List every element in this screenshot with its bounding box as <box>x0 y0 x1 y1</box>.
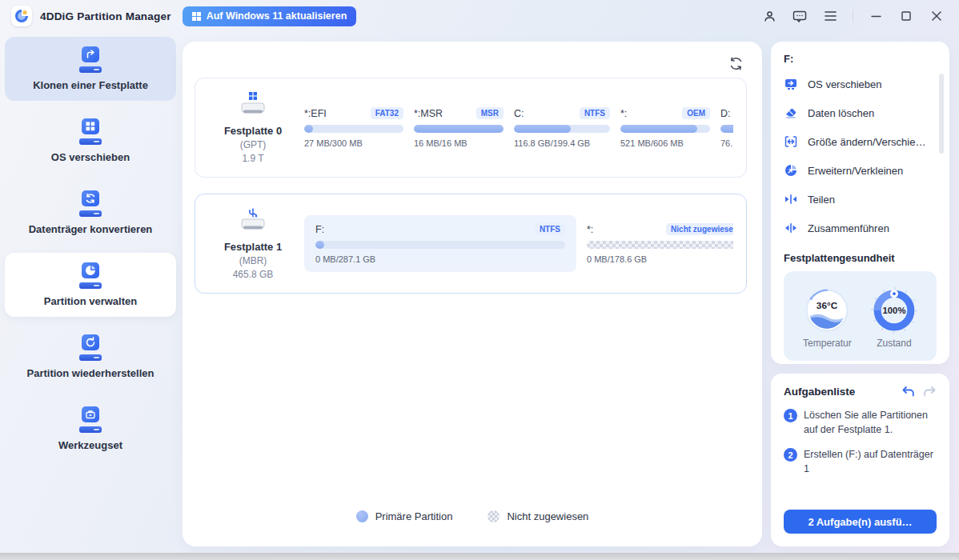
partition-unallocated[interactable]: *:Nicht zugewiesen 0 MB/178.6 GB <box>587 223 733 264</box>
sidebar-item-label: Klonen einer Festplatte <box>33 79 148 91</box>
action-label: Daten löschen <box>808 107 874 119</box>
action-extend-shrink[interactable]: Erweitern/Verkleinen <box>784 156 937 185</box>
sidebar-item-label: Partition wiederherstellen <box>27 367 154 379</box>
action-label: Teilen <box>808 194 835 206</box>
sidebar-item-toolkit[interactable]: Werkzeugset <box>5 397 176 461</box>
usage-text: 27 MB/300 MB <box>304 138 403 148</box>
undo-icon[interactable] <box>901 386 915 398</box>
disk-scheme: (GPT) <box>240 139 267 150</box>
sidebar-item-migrate-os[interactable]: OS verschieben <box>5 109 176 173</box>
filesystem-badge: FAT32 <box>371 107 403 119</box>
task-list-title: Aufgabenliste <box>784 386 855 398</box>
temperature-label: Temperatur <box>803 338 852 349</box>
disk-card-festplatte-0[interactable]: Festplatte 0 (GPT) 1.9 T *:EFIFAT32 27 M… <box>195 78 747 178</box>
sidebar-item-convert-disk[interactable]: Datenträger konvertieren <box>5 181 176 245</box>
temperature-value: 36°C <box>817 300 838 310</box>
usage-text: 116.8 GB/199.4 GB <box>514 138 610 148</box>
refresh-icon[interactable] <box>725 53 746 74</box>
disk-card-festplatte-1[interactable]: Festplatte 1 (MBR) 465.8 GB F:NTFS 0 MB/… <box>195 194 747 294</box>
selected-volume-label: F: <box>784 53 937 65</box>
usage-bar <box>414 125 504 133</box>
execute-tasks-button[interactable]: 2 Aufgabe(n) ausfü… <box>784 510 937 534</box>
disk-size: 465.8 GB <box>233 269 274 280</box>
sidebar-item-recover-partition[interactable]: Partition wiederherstellen <box>5 325 176 389</box>
usage-bar <box>720 125 733 133</box>
task-number-badge: 1 <box>784 409 797 422</box>
task-text: Erstellen (F:) auf Datenträger 1 <box>804 447 937 476</box>
usage-text: 0 MB/287.1 GB <box>315 254 565 264</box>
action-resize-move[interactable]: Größe ändern/Verschie… <box>784 127 937 156</box>
recover-partition-icon <box>76 334 105 362</box>
action-label: OS verschieben <box>808 78 882 90</box>
windows-logo-icon <box>192 12 201 21</box>
partition-msr[interactable]: *:MSRMSR 16 MB/16 MB <box>414 107 504 148</box>
filesystem-badge: MSR <box>476 107 504 119</box>
disk-size: 1.9 T <box>242 153 263 164</box>
usage-text: 0 MB/178.6 GB <box>587 254 733 264</box>
sidebar-item-clone-disk[interactable]: Klonen einer Festplatte <box>5 37 176 101</box>
app-title: 4DDiG Partition Manager <box>40 10 171 22</box>
update-windows-button[interactable]: Auf Windows 11 aktualisieren <box>183 6 357 26</box>
manage-partition-icon <box>76 262 105 290</box>
task-item-1: 1 Löschen Sie alle Partitionen auf der F… <box>784 408 937 437</box>
extend-shrink-icon <box>784 163 798 178</box>
sidebar-item-manage-partition[interactable]: Partition verwalten <box>5 253 176 317</box>
partitions-row: *:EFIFAT32 27 MB/300 MB *:MSRMSR 16 MB/1… <box>304 107 733 148</box>
disk-health-title: Festplattengesundheit <box>784 252 937 264</box>
action-merge[interactable]: Zusammenführen <box>784 214 937 242</box>
menu-icon[interactable] <box>819 5 841 27</box>
close-button[interactable] <box>925 5 948 27</box>
partition-label: *:EFI <box>304 108 327 119</box>
action-split[interactable]: Teilen <box>784 185 937 214</box>
window-bottom-edge <box>0 553 959 560</box>
partition-label: *: <box>587 224 593 235</box>
partition-d[interactable]: D: 76. <box>720 108 733 148</box>
disk-map-panel: Festplatte 0 (GPT) 1.9 T *:EFIFAT32 27 M… <box>183 42 762 546</box>
action-label: Erweitern/Verkleinen <box>808 165 903 177</box>
minimize-button[interactable] <box>865 5 887 27</box>
migrate-os-icon <box>76 118 105 146</box>
disk-scheme: (MBR) <box>239 255 267 266</box>
usage-text: 16 MB/16 MB <box>414 138 504 148</box>
split-icon <box>784 192 798 206</box>
legend-label: Primäre Partition <box>375 510 453 522</box>
partition-label: D: <box>720 108 731 119</box>
sidebar-item-label: OS verschieben <box>51 151 130 163</box>
partition-oem[interactable]: *:OEM 521 MB/606 MB <box>620 107 710 148</box>
toolkit-icon <box>76 406 105 434</box>
task-number-badge: 2 <box>784 448 797 462</box>
filesystem-badge: NTFS <box>580 107 610 119</box>
unallocated-dot-icon <box>488 510 500 522</box>
legend-label: Nicht zugewiesen <box>507 510 588 522</box>
health-label: Zustand <box>877 338 911 349</box>
account-icon[interactable] <box>758 5 780 27</box>
sidebar-item-label: Datenträger konvertieren <box>29 223 153 235</box>
migrate-os-icon <box>784 77 798 91</box>
feedback-icon[interactable] <box>788 5 811 27</box>
usage-text: 521 MB/606 MB <box>620 138 710 148</box>
disk-info: Festplatte 0 (GPT) 1.9 T <box>208 91 298 164</box>
maximize-button[interactable] <box>895 5 917 27</box>
action-migrate-os[interactable]: OS verschieben <box>784 70 937 98</box>
partition-c[interactable]: C:NTFS 116.8 GB/199.4 GB <box>514 107 610 148</box>
filesystem-badge: NTFS <box>535 223 565 235</box>
action-erase-data[interactable]: Daten löschen <box>784 98 937 127</box>
disk-health-card: 36°C Temperatur 100% Zustand <box>784 271 937 361</box>
sidebar-item-label: Werkzeugset <box>58 439 122 451</box>
usb-disk-icon <box>239 207 267 236</box>
partition-efi[interactable]: *:EFIFAT32 27 MB/300 MB <box>304 107 403 148</box>
merge-icon <box>784 221 798 235</box>
titlebar-divider <box>853 10 853 22</box>
usage-bar <box>514 125 610 133</box>
redo-icon[interactable] <box>923 386 937 398</box>
update-windows-label: Auf Windows 11 aktualisieren <box>207 10 347 22</box>
legend: Primäre Partition Nicht zugewiesen <box>183 510 762 522</box>
partition-f-selected[interactable]: F:NTFS 0 MB/287.1 GB <box>304 215 576 272</box>
partition-label: C: <box>514 108 524 119</box>
actions-scrollbar[interactable] <box>939 74 944 154</box>
health-value: 100% <box>882 306 905 315</box>
usage-bar <box>620 125 710 133</box>
disk-name: Festplatte 1 <box>224 241 282 253</box>
partition-actions-panel: F: OS verschieben Daten löschen Größe än… <box>771 42 949 364</box>
task-list-panel: Aufgabenliste 1 Löschen Sie alle Partiti… <box>771 374 949 546</box>
